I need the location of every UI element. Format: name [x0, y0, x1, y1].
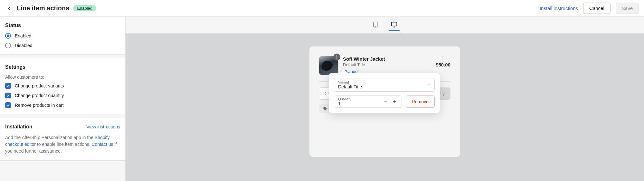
device-tab-desktop[interactable] — [389, 19, 400, 31]
preview-area: 1 Soft Winter Jacket Default Title Chang… — [126, 17, 644, 181]
checkout-preview-card: 1 Soft Winter Jacket Default Title Chang… — [309, 46, 460, 157]
quantity-label: Quantity — [338, 97, 381, 101]
quantity-value: 1 — [338, 101, 381, 106]
page-title: Line item actions — [17, 5, 69, 12]
remove-button[interactable]: Remove — [406, 96, 435, 108]
settings-subtitle: Allow customers to: — [5, 75, 120, 80]
sidebar: Status Enabled Disabled Settings Allow c… — [0, 17, 126, 181]
contact-us-link[interactable]: Contact us — [92, 142, 113, 147]
view-instructions-link[interactable]: View instructions — [86, 124, 120, 129]
installation-text: Add the AfterShip Personalization app in… — [5, 134, 120, 155]
checkbox-icon — [5, 102, 11, 108]
check-remove-products[interactable]: Remove products in cart — [5, 102, 120, 108]
product-price: $50.00 — [436, 56, 450, 67]
checkbox-icon — [5, 93, 11, 98]
check-change-variants[interactable]: Change product variants — [5, 83, 120, 89]
radio-icon — [5, 43, 11, 48]
back-button[interactable] — [5, 5, 13, 12]
variant-select[interactable]: Variant Default Title — [334, 78, 435, 92]
variant-select-label: Variant — [338, 80, 431, 84]
quantity-stepper[interactable]: Quantity 1 − + — [334, 96, 402, 108]
quantity-badge: 1 — [333, 54, 340, 61]
product-thumbnail: 1 — [319, 56, 338, 75]
install-text-part: to enable line item actions. — [36, 142, 92, 147]
checkbox-label: Change product quantity — [15, 93, 64, 98]
variant-popover: Variant Default Title Quantity 1 − — [329, 73, 440, 113]
variant-select-value: Default Title — [338, 84, 431, 89]
settings-section-title: Settings — [5, 64, 120, 70]
checkbox-label: Change product variants — [15, 83, 64, 88]
checkbox-icon — [5, 83, 11, 89]
status-disabled-radio[interactable]: Disabled — [5, 43, 120, 48]
install-text-part: Add the AfterShip Personalization app in… — [5, 135, 95, 140]
svg-rect-2 — [392, 22, 397, 26]
checkbox-label: Remove products in cart — [15, 103, 64, 108]
radio-icon — [5, 33, 11, 39]
installation-section-title: Installation — [5, 124, 32, 130]
quantity-increase[interactable]: + — [390, 97, 399, 106]
status-badge: Enabled — [73, 5, 96, 11]
check-change-quantity[interactable]: Change product quantity — [5, 93, 120, 98]
install-instructions-link[interactable]: Install instructions — [540, 5, 578, 11]
status-section-title: Status — [5, 23, 120, 28]
product-variant: Default Title — [343, 62, 431, 67]
radio-label: Disabled — [15, 43, 32, 48]
cancel-button[interactable]: Cancel — [583, 3, 611, 14]
chevron-down-icon — [427, 82, 431, 87]
status-enabled-radio[interactable]: Enabled — [5, 33, 120, 39]
product-name: Soft Winter Jacket — [343, 56, 431, 62]
device-tab-mobile[interactable] — [370, 19, 381, 31]
quantity-decrease[interactable]: − — [381, 97, 390, 106]
save-button: Save — [616, 3, 639, 14]
radio-label: Enabled — [15, 33, 31, 38]
tag-icon — [323, 106, 327, 111]
